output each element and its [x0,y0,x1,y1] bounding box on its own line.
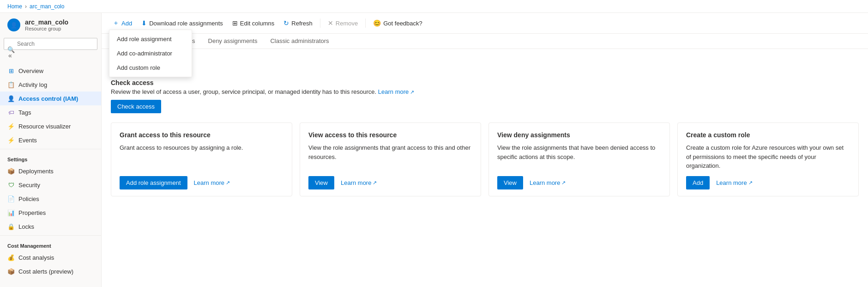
sidebar-item-label: Tags [18,109,31,116]
toolbar-separator-1 [320,18,320,28]
tabs: Role assignments Roles Deny assignments … [102,34,868,49]
access-control-icon: 👤 [7,95,15,102]
feedback-label: Got feedback? [383,20,422,27]
check-access-desc-text: Review the level of access a user, group… [111,88,376,95]
policies-icon: 📄 [7,195,15,202]
sidebar-item-label: Resource visualizer [18,123,71,130]
download-button[interactable]: ⬇ Download role assignments [138,17,227,29]
dropdown-add-co-administrator[interactable]: Add co-administrator [109,46,192,61]
locks-icon: 🔒 [7,223,15,230]
card-custom-learn-more[interactable]: Learn more [716,179,752,186]
sidebar-item-properties[interactable]: 📊 Properties [0,206,101,220]
sidebar-item-locks[interactable]: 🔒 Locks [0,220,101,233]
resource-icon-symbol: 👤 [10,22,18,29]
sidebar-item-label: Overview [18,67,43,74]
sidebar-title-block: arc_man_colo Resource group [25,18,68,31]
card-deny-learn-more[interactable]: Learn more [530,179,566,186]
activity-log-icon: 📋 [7,81,15,88]
main-area: 👤 arc_man_colo Resource group 🔍 « ⊞ Over… [0,13,868,287]
sidebar-item-cost-alerts[interactable]: 📦 Cost alerts (preview) [0,264,101,278]
refresh-button[interactable]: ↻ Refresh [280,17,316,29]
refresh-label: Refresh [291,20,313,27]
app-container: Home › arc_man_colo 👤 arc_man_colo Resou… [0,0,868,287]
nav-divider-cost [0,235,101,236]
card-view-learn-more[interactable]: Learn more [341,179,377,186]
deployments-icon: 📦 [7,167,15,175]
cost-management-section-label: Cost Management [0,238,101,250]
add-custom-role-button[interactable]: Add [686,176,710,189]
dropdown-add-role-assignment[interactable]: Add role assignment [109,32,192,46]
sidebar-resource-type: Resource group [25,26,68,31]
sidebar-header: 👤 arc_man_colo Resource group [0,13,101,35]
tab-deny-assignments[interactable]: Deny assignments [202,34,264,49]
dropdown-add-custom-role[interactable]: Add custom role [109,61,192,75]
add-dropdown-container: ＋ Add Add role assignment Add co-adminis… [109,17,136,30]
check-access-desc: Review the level of access a user, group… [111,88,859,95]
sidebar-item-activity-log[interactable]: 📋 Activity log [0,78,101,92]
sidebar-item-policies[interactable]: 📄 Policies [0,192,101,206]
card-deny-actions: View Learn more [497,176,661,189]
events-icon: ⚡ [7,136,15,144]
card-grant-access: Grant access to this resource Grant acce… [111,122,292,196]
sidebar-item-cost-analysis[interactable]: 💰 Cost analysis [0,250,101,264]
nav-divider-settings [0,149,101,149]
search-input[interactable] [4,38,97,50]
download-icon: ⬇ [141,19,147,27]
sidebar-item-deployments[interactable]: 📦 Deployments [0,164,101,178]
overview-icon: ⊞ [7,67,15,74]
toolbar: ＋ Add Add role assignment Add co-adminis… [102,13,868,34]
card-deny-desc: View the role assignments that have been… [497,143,661,171]
sidebar-item-overview[interactable]: ⊞ Overview [0,64,101,78]
sidebar-item-label: Access control (IAM) [18,95,78,102]
card-custom-role: Create a custom role Create a custom rol… [677,122,859,196]
settings-section-label: Settings [0,151,101,164]
breadcrumb-home[interactable]: Home [7,3,22,10]
check-access-section: Check access Review the level of access … [111,79,859,113]
view-deny-button[interactable]: View [497,176,523,189]
add-icon: ＋ [113,19,119,27]
card-grant-title: Grant access to this resource [120,131,283,139]
tab-classic-administrators[interactable]: Classic administrators [264,34,335,49]
card-grant-learn-more[interactable]: Learn more [194,179,230,186]
card-custom-actions: Add Learn more [686,176,850,189]
refresh-icon: ↻ [283,19,289,27]
sidebar-item-label: Policies [18,195,39,202]
search-box: 🔍 « [4,38,97,61]
remove-button[interactable]: ✕ Remove [324,17,362,29]
card-grant-desc: Grant access to resources by assigning a… [120,143,283,171]
add-role-assignment-button[interactable]: Add role assignment [120,176,187,189]
breadcrumb-bar: Home › arc_man_colo [0,0,868,13]
sidebar-item-events[interactable]: ⚡ Events [0,133,101,147]
check-access-button[interactable]: Check access [111,100,161,113]
breadcrumb-sep: › [25,3,27,10]
sidebar-item-label: Properties [18,209,46,216]
sidebar-item-label: Activity log [18,81,47,88]
card-view-access: View access to this resource View the ro… [300,122,481,196]
toolbar-separator-2 [365,18,366,28]
add-label: Add [121,20,132,27]
feedback-button[interactable]: 😊 Got feedback? [369,17,426,29]
sidebar-item-tags[interactable]: 🏷 Tags [0,105,101,119]
feedback-icon: 😊 [373,19,381,27]
edit-columns-label: Edit columns [240,20,274,27]
edit-columns-button[interactable]: ⊞ Edit columns [229,17,278,29]
sidebar-item-resource-visualizer[interactable]: ⚡ Resource visualizer [0,119,101,133]
add-button[interactable]: ＋ Add [109,17,136,30]
view-access-button[interactable]: View [308,176,334,189]
main-content: ＋ Add Add role assignment Add co-adminis… [102,13,868,287]
card-deny-assignments: View deny assignments View the role assi… [488,122,670,196]
view-access-section: View my access [111,56,859,70]
remove-icon: ✕ [328,19,333,27]
sidebar-item-security[interactable]: 🛡 Security [0,178,101,192]
sidebar-item-label: Security [18,182,40,189]
check-access-learn-more-link[interactable]: Learn more [378,88,415,95]
properties-icon: 📊 [7,209,15,216]
sidebar-resource-name: arc_man_colo [25,18,68,26]
sidebar: 👤 arc_man_colo Resource group 🔍 « ⊞ Over… [0,13,102,287]
resource-visualizer-icon: ⚡ [7,122,15,130]
card-custom-title: Create a custom role [686,131,850,139]
edit-columns-icon: ⊞ [232,19,238,27]
breadcrumb-resource[interactable]: arc_man_colo [30,3,64,10]
security-icon: 🛡 [7,181,15,189]
sidebar-item-access-control[interactable]: 👤 Access control (IAM) [0,92,101,105]
